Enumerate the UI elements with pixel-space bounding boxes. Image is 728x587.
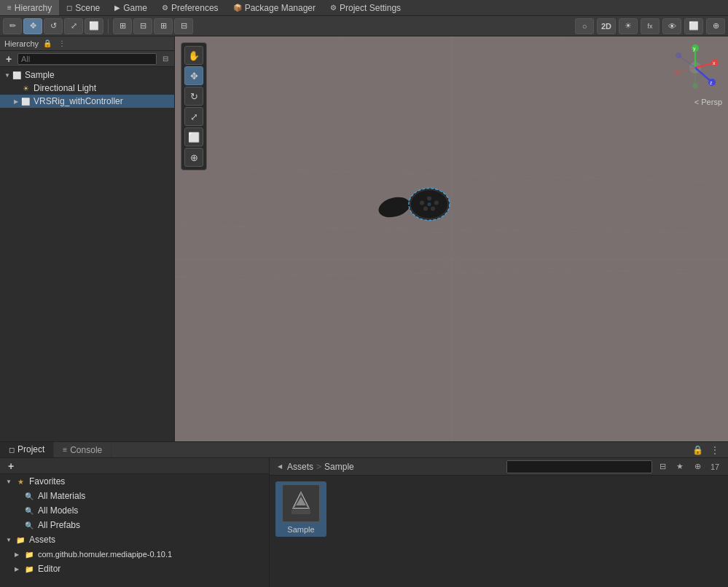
hierarchy-item-directional-light[interactable]: ☀ Directional Light <box>0 82 174 95</box>
menu-item-scene[interactable]: ◻ Scene <box>59 0 107 15</box>
project-tree-all-models[interactable]: 🔍 All Models <box>0 503 269 518</box>
scene-scale-tool[interactable]: ⤢ <box>184 107 203 126</box>
all-models-search-icon: 🔍 <box>23 505 35 516</box>
toolbar-eye-btn[interactable]: 👁 <box>662 18 681 34</box>
toolbar-pencil-btn[interactable]: ✏ <box>3 18 22 34</box>
toolbar-grid2-btn[interactable]: ⊟ <box>133 18 152 34</box>
hierarchy-item-dl-label: Directional Light <box>34 83 96 93</box>
hierarchy-item-sample-label: Sample <box>25 70 55 80</box>
favorites-icon: ★ <box>15 476 26 487</box>
hierarchy-search-input[interactable] <box>17 53 157 65</box>
favorites-expand: ▼ <box>6 478 15 485</box>
svg-text:z: z <box>710 80 713 85</box>
hierarchy-lock-btn[interactable]: 🔒 <box>42 38 53 50</box>
svg-text:x: x <box>713 60 716 66</box>
scene-tools-overlay: ✋ ✥ ↻ ⤢ ⬜ ⊕ <box>181 42 207 170</box>
tab-console[interactable]: ≡ Console <box>54 442 111 457</box>
project-tree-favorites[interactable]: ▼ ★ Favorites <box>0 474 269 489</box>
svg-point-18 <box>431 206 435 210</box>
console-tab-label: Console <box>70 445 102 455</box>
console-tab-icon: ≡ <box>63 446 67 454</box>
menu-item-game[interactable]: ▶ Game <box>107 0 154 15</box>
hierarchy-menu-icon: ≡ <box>7 4 12 12</box>
project-tree-all-materials[interactable]: 🔍 All Materials <box>0 489 269 503</box>
package-manager-menu-label: Package Manager <box>245 3 316 13</box>
project-settings-menu-icon: ⚙ <box>330 4 337 12</box>
scene-custom-tool[interactable]: ⊕ <box>184 148 203 167</box>
project-filter-count: 17 <box>708 460 722 474</box>
project-tree-all-prefabs[interactable]: 🔍 All Prefabs <box>0 518 269 532</box>
toolbar-ruler-btn[interactable]: ⊟ <box>174 18 193 34</box>
project-sidebar: + ▼ ★ Favorites 🔍 All Materials 🔍 All Mo… <box>0 458 270 587</box>
hierarchy-item-vrsrig[interactable]: ▶ ⬜ VRSRig_withController <box>0 95 174 108</box>
assets-label: Assets <box>29 535 55 545</box>
path-sample[interactable]: Sample <box>324 462 354 472</box>
menu-item-hierarchy[interactable]: ≡ Hierarchy <box>0 0 59 15</box>
project-filter-btn-3[interactable]: ⊕ <box>690 460 705 474</box>
svg-rect-45 <box>291 510 310 514</box>
menu-item-package-manager[interactable]: 📦 Package Manager <box>226 0 323 15</box>
favorites-label: Favorites <box>29 476 65 486</box>
sample-expand-arrow: ▼ <box>3 71 12 79</box>
toolbar-move-btn[interactable]: ✥ <box>23 18 42 34</box>
path-collapse-btn[interactable]: ◀ <box>275 462 284 471</box>
scene-menu-icon: ◻ <box>66 4 72 12</box>
persp-label: < Persp <box>694 98 722 106</box>
hierarchy-add-btn[interactable]: + <box>3 53 15 65</box>
scene-move-tool[interactable]: ✥ <box>184 66 203 85</box>
toolbar-scale-btn[interactable]: ⤢ <box>64 18 83 34</box>
toolbar-rotate-btn[interactable]: ↺ <box>44 18 63 34</box>
toolbar-cube-btn[interactable]: ⬜ <box>684 18 703 34</box>
project-filter-btn-2[interactable]: ★ <box>673 460 687 474</box>
svg-point-16 <box>427 196 431 200</box>
project-add-btn[interactable]: + <box>4 460 17 473</box>
top-menu-bar: ≡ Hierarchy ◻ Scene ▶ Game ⚙ Preferences… <box>0 0 728 16</box>
toolbar-sep-1 <box>108 19 109 34</box>
editor-expand: ▶ <box>15 566 23 572</box>
project-search-input[interactable] <box>506 460 652 473</box>
scene-rect-tool[interactable]: ⬜ <box>184 127 203 146</box>
project-tree-editor[interactable]: ▶ 📁 Editor <box>0 562 269 576</box>
svg-text:y: y <box>693 46 696 52</box>
menu-item-project-settings[interactable]: ⚙ Project Settings <box>323 0 408 15</box>
hierarchy-toolbar: + ⊟ <box>0 51 174 67</box>
scene-hand-tool[interactable]: ✋ <box>184 46 203 65</box>
hierarchy-view-btn[interactable]: ⊟ <box>160 53 171 65</box>
main-toolbar: ✏ ✥ ↺ ⤢ ⬜ ⊞ ⊟ ⊞ ⊟ ○ 2D ☀ fx 👁 ⬜ ⊕ <box>0 16 728 36</box>
svg-line-6 <box>452 259 729 381</box>
toolbar-globe-btn[interactable]: ⊕ <box>706 18 725 34</box>
project-tab-icon: ◻ <box>9 446 15 454</box>
menu-item-preferences[interactable]: ⚙ Preferences <box>154 0 226 15</box>
toolbar-rect-btn[interactable]: ⬜ <box>85 18 103 34</box>
project-main-area: ◀ Assets > Sample ⊟ ★ ⊕ 17 <box>270 458 728 587</box>
tab-project[interactable]: ◻ Project <box>0 442 54 457</box>
all-prefabs-label: All Prefabs <box>38 520 80 530</box>
bottom-lock-btn[interactable]: 🔒 <box>690 443 705 457</box>
toolbar-2d-btn[interactable]: 2D <box>597 18 616 34</box>
hierarchy-panel: Hierarchy 🔒 ⋮ + ⊟ ▼ ⬜ Sample ☀ Direction… <box>0 36 175 441</box>
toolbar-snap-btn[interactable]: ⊞ <box>154 18 173 34</box>
svg-point-34 <box>674 70 680 76</box>
project-path-bar: ◀ Assets > Sample ⊟ ★ ⊕ 17 <box>270 458 728 476</box>
project-tree-com-github[interactable]: ▶ 📁 com.github.homuler.mediapipe-0.10.1 <box>0 547 269 562</box>
toolbar-light-btn[interactable]: ☀ <box>619 18 638 34</box>
hierarchy-menu-btn[interactable]: ⋮ <box>56 38 68 50</box>
assets-expand: ▼ <box>6 537 15 543</box>
project-filter-btn-1[interactable]: ⊟ <box>655 460 670 474</box>
hierarchy-item-sample[interactable]: ▼ ⬜ Sample <box>0 68 174 82</box>
svg-line-9 <box>286 259 452 441</box>
toolbar-grid-btn[interactable]: ⊞ <box>113 18 132 34</box>
bottom-menu-btn[interactable]: ⋮ <box>708 443 722 457</box>
scene-gizmo[interactable]: y x z <box>670 42 721 93</box>
scene-rotate-tool[interactable]: ↻ <box>184 87 203 106</box>
scene-view[interactable]: ✋ ✥ ↻ ⤢ ⬜ ⊕ <box>175 36 728 441</box>
toolbar-sphere-btn[interactable]: ○ <box>575 18 594 34</box>
toolbar-fx-btn[interactable]: fx <box>641 18 659 34</box>
sample-asset-label: Sample <box>287 525 314 534</box>
asset-sample[interactable]: Sample <box>275 481 326 537</box>
svg-point-13 <box>377 194 412 221</box>
project-tree-assets[interactable]: ▼ 📁 Assets <box>0 532 269 547</box>
preferences-menu-icon: ⚙ <box>162 4 168 12</box>
path-assets[interactable]: Assets <box>287 462 313 472</box>
all-prefabs-search-icon: 🔍 <box>23 519 35 531</box>
